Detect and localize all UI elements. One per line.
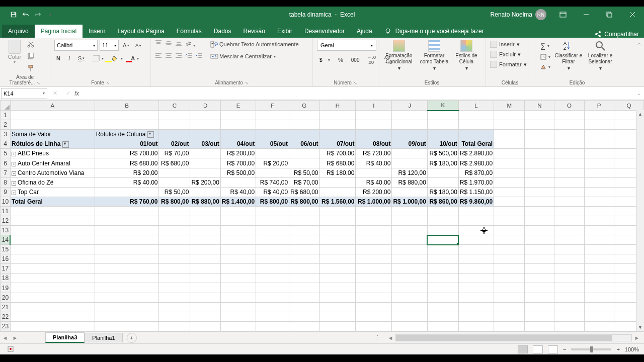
decrease-indent-icon[interactable]	[185, 52, 192, 61]
tab-developer[interactable]: Desenvolvedor	[298, 25, 351, 38]
horizontal-scrollbar[interactable]	[395, 334, 632, 341]
cell[interactable]	[525, 302, 554, 312]
conditional-formatting-button[interactable]: Formatação Condicional ▾	[382, 40, 416, 71]
cell[interactable]	[427, 312, 458, 321]
cell[interactable]: Total Geral	[458, 139, 494, 149]
cell[interactable]: R$ 680,00	[159, 158, 190, 168]
cell[interactable]	[427, 130, 458, 139]
page-layout-view-icon[interactable]	[533, 345, 543, 353]
cell[interactable]	[256, 111, 289, 120]
cell[interactable]: R$ 1.000,00	[392, 197, 427, 206]
cell[interactable]	[95, 245, 159, 254]
cell[interactable]: R$ 880,00	[392, 177, 427, 187]
cell[interactable]	[494, 111, 525, 120]
sheet-nav-next-icon[interactable]: ►	[10, 335, 20, 341]
orientation-icon[interactable]: ab	[185, 40, 195, 49]
cell[interactable]	[392, 120, 427, 130]
cell[interactable]	[159, 168, 190, 177]
row-header[interactable]: 5	[1, 149, 11, 158]
row-header[interactable]: 4	[1, 139, 11, 149]
column-header[interactable]: L	[458, 101, 494, 111]
cell[interactable]	[494, 283, 525, 293]
normal-view-icon[interactable]	[518, 345, 528, 353]
cell[interactable]	[319, 283, 356, 293]
cell[interactable]	[319, 302, 356, 312]
cell[interactable]	[584, 264, 614, 274]
copy-icon[interactable]	[27, 53, 35, 62]
cell[interactable]: R$ 2.980,00	[458, 158, 494, 168]
collapse-ribbon-icon[interactable]: ︿	[637, 40, 642, 47]
cell[interactable]	[356, 283, 392, 293]
cell[interactable]: Soma de Valor	[10, 130, 95, 139]
cell[interactable]	[319, 187, 356, 197]
cell[interactable]	[319, 245, 356, 254]
cell[interactable]	[289, 274, 319, 283]
cell[interactable]: R$ 800,00	[256, 197, 289, 206]
cell[interactable]	[392, 206, 427, 216]
cell[interactable]	[584, 139, 614, 149]
cell[interactable]	[427, 216, 458, 225]
sheet-nav-prev-icon[interactable]: ◄	[0, 335, 10, 341]
filter-dropdown-icon[interactable]	[147, 131, 154, 138]
cell[interactable]: R$ 860,00	[427, 197, 458, 206]
cell[interactable]	[356, 312, 392, 321]
page-break-view-icon[interactable]	[548, 345, 558, 353]
expand-icon[interactable]: +	[12, 152, 16, 156]
cell[interactable]	[356, 111, 392, 120]
cell[interactable]	[584, 197, 614, 206]
column-header[interactable]: G	[289, 101, 319, 111]
column-header[interactable]: J	[392, 101, 427, 111]
cell[interactable]	[356, 254, 392, 264]
cell[interactable]: R$ 500,00	[427, 149, 458, 158]
cell[interactable]	[10, 274, 95, 283]
cell[interactable]	[319, 264, 356, 274]
cell[interactable]	[427, 254, 458, 264]
hscroll-right-icon[interactable]: ►	[632, 335, 642, 341]
cell[interactable]	[159, 235, 190, 245]
undo-icon[interactable]	[22, 11, 29, 18]
cell[interactable]	[525, 283, 554, 293]
cell[interactable]	[220, 216, 256, 225]
row-header[interactable]: 7	[1, 168, 11, 177]
cell[interactable]	[494, 312, 525, 321]
cell[interactable]	[554, 312, 584, 321]
cell[interactable]	[392, 235, 427, 245]
cell[interactable]	[427, 120, 458, 130]
qat-customize-icon[interactable]	[46, 11, 53, 18]
cell[interactable]	[190, 120, 220, 130]
cell[interactable]	[10, 206, 95, 216]
cell[interactable]	[319, 111, 356, 120]
cell[interactable]	[256, 226, 289, 235]
expand-icon[interactable]: +	[12, 162, 16, 166]
cell[interactable]: +Oficina do Zé	[10, 177, 95, 187]
cell[interactable]: R$ 50,00	[159, 187, 190, 197]
cell[interactable]	[356, 130, 392, 139]
cell[interactable]	[319, 216, 356, 225]
cell[interactable]	[554, 149, 584, 158]
cell[interactable]	[220, 321, 256, 331]
cell[interactable]	[256, 312, 289, 321]
cell[interactable]	[256, 149, 289, 158]
cell[interactable]	[95, 264, 159, 274]
cell[interactable]	[356, 264, 392, 274]
cell[interactable]	[190, 283, 220, 293]
cell[interactable]	[356, 235, 392, 245]
cell[interactable]: R$ 1.150,00	[458, 187, 494, 197]
cell[interactable]	[525, 312, 554, 321]
insert-cells-button[interactable]: Inserir ▾	[490, 40, 530, 49]
sheet-tab[interactable]: Planilha1	[85, 333, 122, 342]
cell[interactable]: R$ 1.000,00	[356, 197, 392, 206]
cell[interactable]	[584, 293, 614, 302]
cell[interactable]	[554, 130, 584, 139]
cell[interactable]	[584, 235, 614, 245]
clear-icon[interactable]	[538, 63, 552, 71]
hscroll-left-icon[interactable]: ◄	[385, 335, 395, 341]
expand-icon[interactable]: +	[12, 171, 16, 176]
cell[interactable]	[319, 293, 356, 302]
cell[interactable]	[356, 274, 392, 283]
cell[interactable]	[458, 130, 494, 139]
cell[interactable]: R$ 40,00	[95, 177, 159, 187]
cell[interactable]	[427, 321, 458, 331]
cell[interactable]	[319, 226, 356, 235]
cell[interactable]	[356, 168, 392, 177]
